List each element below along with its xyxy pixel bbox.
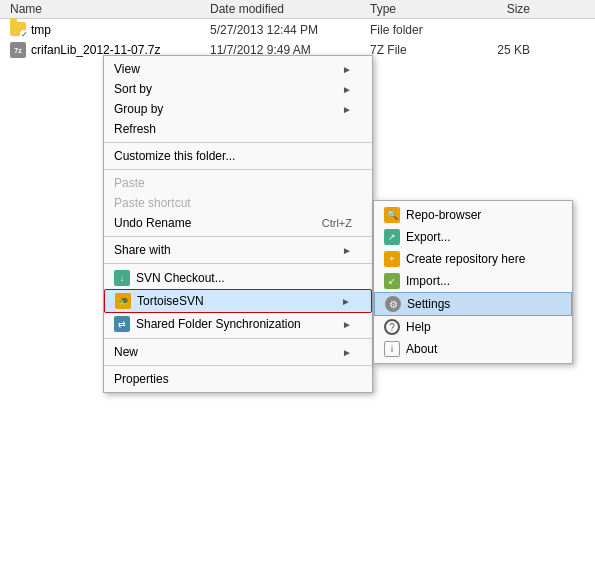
file-date: 5/27/2013 12:44 PM bbox=[210, 23, 370, 37]
file-name: tmp bbox=[31, 23, 51, 37]
settings-icon: ⚙ bbox=[385, 296, 401, 312]
submenu-label-settings: Settings bbox=[407, 297, 450, 311]
menu-label-paste: Paste bbox=[114, 176, 145, 190]
separator-5 bbox=[104, 338, 372, 339]
menu-item-properties[interactable]: Properties bbox=[104, 369, 372, 389]
menu-label-properties: Properties bbox=[114, 372, 169, 386]
file-list-header: Name Date modified Type Size bbox=[0, 0, 595, 19]
menu-label-paste-shortcut: Paste shortcut bbox=[114, 196, 191, 210]
menu-label-refresh: Refresh bbox=[114, 122, 156, 136]
header-type: Type bbox=[370, 2, 470, 16]
shortcut-undo: Ctrl+Z bbox=[322, 217, 352, 229]
separator-2 bbox=[104, 169, 372, 170]
menu-label-undo-rename: Undo Rename bbox=[114, 216, 191, 230]
menu-item-paste[interactable]: Paste bbox=[104, 173, 372, 193]
submenu-arrow-tortoise: ► bbox=[341, 296, 351, 307]
menu-item-view[interactable]: View ► bbox=[104, 59, 372, 79]
separator-4 bbox=[104, 263, 372, 264]
submenu-label-export: Export... bbox=[406, 230, 451, 244]
header-name: Name bbox=[10, 2, 210, 16]
menu-item-shared-folder[interactable]: ⇄ Shared Folder Synchronization ► bbox=[104, 313, 372, 335]
submenu-arrow-share: ► bbox=[342, 245, 352, 256]
svn-checkout-icon: ↓ bbox=[114, 270, 130, 286]
menu-label-share-with: Share with bbox=[114, 243, 171, 257]
menu-item-sort-by[interactable]: Sort by ► bbox=[104, 79, 372, 99]
shared-folder-icon: ⇄ bbox=[114, 316, 130, 332]
menu-label-customize: Customize this folder... bbox=[114, 149, 235, 163]
tortoise-submenu: 🔍 Repo-browser ↗ Export... + Create repo… bbox=[373, 200, 573, 364]
submenu-label-help: Help bbox=[406, 320, 431, 334]
submenu-item-about[interactable]: i About bbox=[374, 338, 572, 360]
about-icon: i bbox=[384, 341, 400, 357]
file-list: tmp 5/27/2013 12:44 PM File folder 7z cr… bbox=[0, 20, 595, 60]
separator-3 bbox=[104, 236, 372, 237]
context-menu: View ► Sort by ► Group by ► Refresh Cust… bbox=[103, 55, 373, 393]
submenu-item-import[interactable]: ↙ Import... bbox=[374, 270, 572, 292]
file-size: 25 KB bbox=[470, 43, 530, 57]
submenu-arrow-view: ► bbox=[342, 64, 352, 75]
table-row[interactable]: tmp 5/27/2013 12:44 PM File folder bbox=[0, 20, 595, 40]
submenu-label-about: About bbox=[406, 342, 437, 356]
menu-label-sort-by: Sort by bbox=[114, 82, 152, 96]
menu-item-tortoisesvn[interactable]: 🐢 TortoiseSVN ► bbox=[104, 289, 372, 313]
menu-item-share-with[interactable]: Share with ► bbox=[104, 240, 372, 260]
menu-label-new: New bbox=[114, 345, 138, 359]
header-date: Date modified bbox=[210, 2, 370, 16]
export-icon: ↗ bbox=[384, 229, 400, 245]
submenu-item-repo-browser[interactable]: 🔍 Repo-browser bbox=[374, 204, 572, 226]
menu-item-paste-shortcut[interactable]: Paste shortcut bbox=[104, 193, 372, 213]
submenu-label-create-repo: Create repository here bbox=[406, 252, 525, 266]
menu-label-group-by: Group by bbox=[114, 102, 163, 116]
submenu-item-settings[interactable]: ⚙ Settings bbox=[374, 292, 572, 316]
menu-label-shared-folder: Shared Folder Synchronization bbox=[136, 317, 301, 331]
file-type: 7Z File bbox=[370, 43, 470, 57]
menu-label-tortoisesvn: TortoiseSVN bbox=[137, 294, 204, 308]
menu-item-customize[interactable]: Customize this folder... bbox=[104, 146, 372, 166]
submenu-arrow-group: ► bbox=[342, 104, 352, 115]
submenu-label-import: Import... bbox=[406, 274, 450, 288]
file-type: File folder bbox=[370, 23, 470, 37]
repo-browser-icon: 🔍 bbox=[384, 207, 400, 223]
menu-label-svn-checkout: SVN Checkout... bbox=[136, 271, 225, 285]
separator-6 bbox=[104, 365, 372, 366]
submenu-item-help[interactable]: ? Help bbox=[374, 316, 572, 338]
submenu-arrow-sort: ► bbox=[342, 84, 352, 95]
separator-1 bbox=[104, 142, 372, 143]
menu-item-refresh[interactable]: Refresh bbox=[104, 119, 372, 139]
folder-svn-icon bbox=[10, 22, 26, 38]
menu-label-view: View bbox=[114, 62, 140, 76]
help-icon: ? bbox=[384, 319, 400, 335]
submenu-label-repo-browser: Repo-browser bbox=[406, 208, 481, 222]
7z-icon: 7z bbox=[10, 42, 26, 58]
header-size: Size bbox=[470, 2, 530, 16]
create-repo-icon: + bbox=[384, 251, 400, 267]
submenu-arrow-new: ► bbox=[342, 347, 352, 358]
submenu-item-export[interactable]: ↗ Export... bbox=[374, 226, 572, 248]
submenu-item-create-repo[interactable]: + Create repository here bbox=[374, 248, 572, 270]
tortoisesvn-icon: 🐢 bbox=[115, 293, 131, 309]
menu-item-svn-checkout[interactable]: ↓ SVN Checkout... bbox=[104, 267, 372, 289]
menu-item-group-by[interactable]: Group by ► bbox=[104, 99, 372, 119]
menu-item-new[interactable]: New ► bbox=[104, 342, 372, 362]
submenu-arrow-shared: ► bbox=[342, 319, 352, 330]
import-icon: ↙ bbox=[384, 273, 400, 289]
menu-item-undo-rename[interactable]: Undo Rename Ctrl+Z bbox=[104, 213, 372, 233]
